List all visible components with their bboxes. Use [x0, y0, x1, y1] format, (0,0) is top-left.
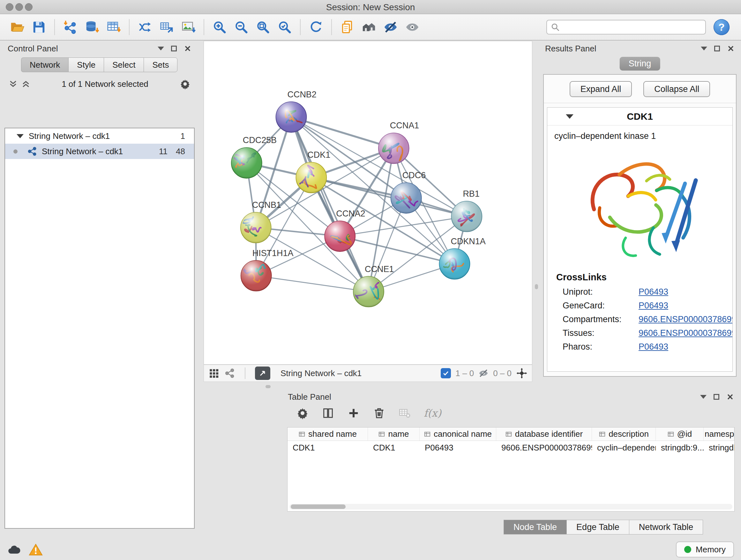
search-input[interactable] — [563, 22, 701, 32]
show-all-button[interactable] — [403, 18, 421, 37]
grid-view-icon[interactable] — [208, 368, 219, 379]
add-column-icon[interactable] — [347, 407, 360, 420]
column-header[interactable]: name — [368, 428, 420, 441]
column-header[interactable]: shared name — [287, 428, 368, 441]
function-builder-icon[interactable]: f(x) — [424, 407, 441, 419]
delete-column-trash-icon[interactable] — [373, 407, 386, 420]
crosslink-link[interactable]: P06493 — [638, 301, 668, 311]
first-neighbors-button[interactable] — [360, 18, 378, 37]
expand-all-networks-icon[interactable] — [21, 79, 30, 89]
network-node[interactable]: CDC25B — [231, 135, 277, 178]
delete-table-icon[interactable] — [398, 407, 411, 420]
panel-float-icon[interactable] — [714, 46, 720, 51]
column-header[interactable]: database identifier — [496, 428, 592, 441]
panel-close-icon[interactable] — [726, 393, 734, 401]
node-label: CCNA1 — [390, 121, 419, 130]
cloud-status-button[interactable] — [6, 542, 22, 557]
network-node[interactable]: CDKN1A — [440, 237, 486, 279]
table-cell[interactable]: stringdb — [704, 443, 734, 453]
collapse-all-networks-icon[interactable] — [8, 79, 18, 89]
horizontal-scrollbar[interactable] — [289, 504, 732, 509]
panel-close-icon[interactable] — [184, 45, 192, 52]
column-header[interactable]: namespac — [704, 428, 734, 441]
network-node[interactable]: RB1 — [451, 189, 482, 232]
column-header[interactable]: description — [592, 428, 656, 441]
panel-menu-icon[interactable] — [158, 47, 164, 51]
table-cell[interactable]: CDK1 — [287, 443, 368, 453]
selected-indicator-checkbox[interactable] — [441, 368, 451, 378]
tab-network[interactable]: Network — [21, 57, 68, 72]
network-node[interactable]: CCNB2 — [276, 90, 317, 132]
network-edge[interactable] — [291, 117, 394, 148]
zoom-in-button[interactable] — [210, 18, 229, 37]
panel-float-icon[interactable] — [171, 46, 177, 51]
network-node[interactable]: CCNA1 — [379, 121, 419, 164]
network-node[interactable]: CCNB1 — [241, 200, 281, 243]
network-node[interactable]: HIST1H1A — [241, 248, 293, 291]
horizontal-splitter-handle[interactable] — [266, 385, 271, 388]
column-header[interactable]: @id — [656, 428, 704, 441]
tab-select[interactable]: Select — [104, 57, 144, 72]
collapse-all-button[interactable]: Collapse All — [643, 81, 710, 97]
network-options-gear-icon[interactable] — [179, 78, 191, 90]
network-graph[interactable]: CCNB2CCNA1CDC25BCDK1CDC6RB1CCNB1CCNA2CDK… — [204, 41, 532, 364]
open-session-button[interactable] — [8, 18, 26, 37]
column-header[interactable]: canonical name — [420, 428, 496, 441]
table-cell[interactable]: stringdb:9... — [656, 443, 704, 453]
hidden-eye-slash-icon[interactable] — [478, 368, 488, 378]
tab-edge-table[interactable]: Edge Table — [567, 520, 629, 535]
import-table-button[interactable] — [105, 18, 123, 37]
network-collection-row[interactable]: String Network – cdk1 1 — [5, 128, 194, 144]
table-cell[interactable]: CDK1 — [368, 443, 420, 453]
warnings-button[interactable] — [28, 542, 44, 557]
birdseye-view-button[interactable] — [255, 367, 270, 380]
zoom-selected-button[interactable] — [275, 18, 294, 37]
results-panel-title: Results Panel — [545, 44, 596, 54]
network-view-canvas[interactable]: CCNB2CCNA1CDC25BCDK1CDC6RB1CCNB1CCNA2CDK… — [204, 41, 532, 365]
tab-sets[interactable]: Sets — [144, 57, 178, 72]
pan-crosshair-icon[interactable] — [516, 368, 528, 379]
table-options-gear-icon[interactable] — [296, 407, 309, 420]
tab-string[interactable]: String — [620, 57, 660, 71]
table-cell[interactable]: cyclin–dependent ... — [592, 443, 656, 453]
help-button[interactable]: ? — [714, 19, 730, 35]
refresh-button[interactable] — [307, 18, 325, 37]
first-view-button[interactable] — [136, 18, 154, 37]
vertical-splitter-handle[interactable] — [535, 284, 538, 289]
import-network-file-button[interactable] — [61, 18, 79, 37]
network-row[interactable]: String Network – cdk1 11 48 — [5, 144, 194, 159]
import-network-database-button[interactable] — [83, 18, 101, 37]
save-session-button[interactable] — [30, 18, 48, 37]
export-image-button[interactable] — [179, 18, 198, 37]
network-edge[interactable] — [311, 178, 467, 216]
network-edge[interactable] — [256, 276, 368, 292]
new-network-from-selection-button[interactable] — [157, 18, 176, 37]
crosslink-link[interactable]: 9606.ENSP00000378699 — [638, 314, 733, 324]
network-from-table-icon — [159, 20, 174, 35]
crosslink-row: Tissues: 9606.ENSP00000378699 — [547, 326, 732, 340]
table-cell[interactable]: 9606.ENSP00000378699 — [496, 443, 592, 453]
tab-network-table[interactable]: Network Table — [629, 520, 703, 535]
memory-button[interactable]: Memory — [676, 542, 734, 557]
zoom-out-button[interactable] — [232, 18, 251, 37]
table-cell[interactable]: P06493 — [420, 443, 496, 453]
panel-menu-icon[interactable] — [700, 395, 706, 399]
share-network-icon[interactable] — [224, 368, 235, 379]
crosslink-link[interactable]: P06493 — [638, 287, 668, 297]
panel-menu-icon[interactable] — [701, 47, 707, 51]
show-columns-icon[interactable] — [322, 407, 334, 420]
tab-node-table[interactable]: Node Table — [503, 520, 567, 535]
current-view-indicator — [13, 149, 17, 153]
table-row[interactable]: CDK1 CDK1 P06493 9606.ENSP00000378699 cy… — [287, 441, 734, 454]
crosslink-link[interactable]: P06493 — [638, 342, 668, 352]
hide-selected-button[interactable] — [381, 18, 400, 37]
panel-float-icon[interactable] — [714, 394, 719, 400]
expand-all-button[interactable]: Expand All — [569, 81, 632, 97]
tab-style[interactable]: Style — [68, 57, 104, 72]
copy-button[interactable] — [338, 18, 356, 37]
collection-expander-icon[interactable] — [17, 134, 23, 138]
zoom-fit-button[interactable] — [254, 18, 272, 37]
panel-close-icon[interactable] — [727, 45, 735, 52]
scrollbar-thumb[interactable] — [291, 504, 346, 509]
crosslink-link[interactable]: 9606.ENSP00000378699 — [638, 328, 733, 338]
